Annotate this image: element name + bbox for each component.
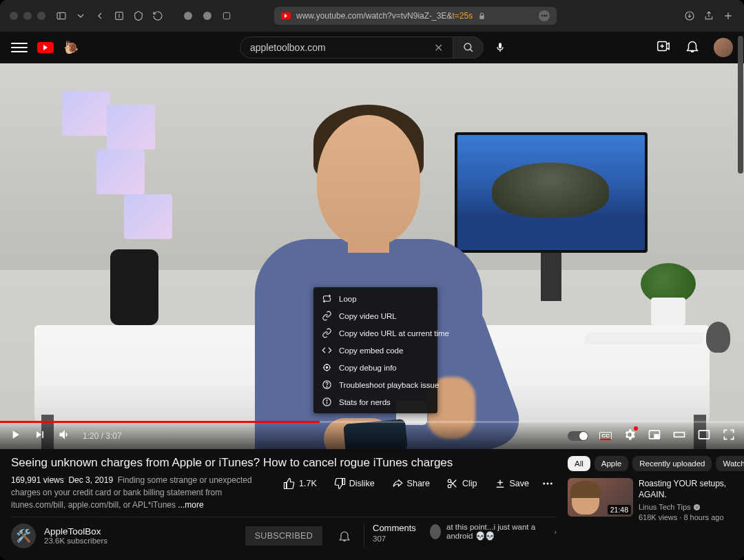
ext-icon-2[interactable] — [132, 10, 145, 22]
miniplayer-button[interactable] — [648, 428, 661, 444]
search-input[interactable]: appletoolbox.com ✕ — [240, 37, 453, 59]
share-icon[interactable] — [703, 10, 715, 22]
lock-icon — [478, 12, 486, 20]
comments-label: Comments — [373, 523, 416, 533]
url-bar[interactable]: www.youtube.com/watch?v=tvN9iaZ-_3E&t=25… — [274, 7, 557, 25]
url-text: www.youtube.com/watch?v=tvN9iaZ-_3E&t=25… — [296, 11, 473, 21]
commenter-avatar — [430, 524, 441, 539]
video-context-menu: LoopCopy video URLCopy video URL at curr… — [313, 287, 437, 413]
youtube-favicon-icon — [281, 12, 291, 19]
rec-title: Roasting YOUR setups, AGAIN. — [639, 478, 733, 500]
notification-bell-icon[interactable] — [338, 529, 351, 543]
filter-chip[interactable]: Recently uploaded — [632, 456, 712, 471]
rec-thumbnail: 21:48 — [568, 478, 633, 517]
svg-point-17 — [326, 366, 328, 369]
share-button[interactable]: Share — [384, 474, 437, 493]
svg-point-40 — [550, 483, 552, 485]
show-more-button[interactable]: ...more — [178, 500, 203, 510]
chevron-right-icon[interactable]: › — [554, 528, 557, 536]
svg-point-38 — [543, 483, 545, 485]
subscribe-button[interactable]: SUBSCRIBED — [245, 526, 322, 546]
context-menu-item[interactable]: Copy video URL — [313, 307, 437, 324]
video-meta: 169,991 views Dec 3, 2019 Finding some s… — [11, 474, 273, 511]
search-value: appletoolbox.com — [250, 42, 326, 53]
svg-point-11 — [464, 43, 471, 50]
verified-icon — [693, 504, 701, 511]
like-button[interactable]: 1.7K — [276, 474, 324, 493]
reader-icon[interactable]: ••• — [539, 10, 550, 21]
window-traffic-lights[interactable] — [10, 12, 45, 20]
youtube-header: 🐌 appletoolbox.com ✕ — [0, 32, 744, 63]
sidebar-toggle-icon[interactable] — [55, 10, 68, 22]
context-menu-item[interactable]: Copy video URL at current time — [313, 324, 437, 342]
voice-search-button[interactable] — [489, 37, 511, 59]
svg-rect-30 — [699, 431, 710, 439]
notifications-button[interactable] — [685, 39, 700, 56]
fullscreen-button[interactable] — [722, 428, 736, 444]
volume-button[interactable] — [58, 428, 72, 444]
svg-point-4 — [184, 12, 192, 20]
browser-toolbar: www.youtube.com/watch?v=tvN9iaZ-_3E&t=25… — [0, 0, 744, 32]
clear-search-icon[interactable]: ✕ — [434, 41, 443, 54]
ext-icon-1[interactable] — [113, 10, 125, 22]
hamburger-menu-icon[interactable] — [11, 39, 28, 56]
svg-rect-29 — [674, 433, 685, 437]
svg-rect-28 — [654, 435, 659, 437]
channel-name[interactable]: AppleToolBox — [44, 526, 107, 537]
dislike-button[interactable]: Dislike — [327, 474, 382, 493]
filter-chips: AllAppleRecently uploadedWatched — [568, 456, 733, 471]
context-menu-item[interactable]: Stats for nerds — [313, 393, 437, 411]
back-icon[interactable] — [94, 10, 106, 22]
create-button[interactable] — [656, 39, 671, 56]
save-button[interactable]: Save — [487, 474, 537, 493]
downloads-icon[interactable] — [683, 10, 696, 22]
ext-icon-5[interactable] — [220, 10, 233, 22]
video-title: Seeing unknown charges from Apple or iTu… — [11, 456, 557, 470]
channel-subscribers: 23.6K subscribers — [44, 537, 107, 545]
svg-line-12 — [470, 49, 473, 52]
filter-chip[interactable]: Watched — [716, 456, 744, 471]
clip-button[interactable]: Clip — [440, 474, 484, 493]
scrollbar[interactable] — [738, 36, 743, 174]
more-actions-button[interactable] — [539, 474, 557, 493]
video-player[interactable]: LoopCopy video URLCopy video URL at curr… — [0, 63, 744, 449]
time-display: 1:20 / 3:07 — [83, 431, 122, 441]
top-comment[interactable]: at this point...i just want a android 💀💀… — [430, 523, 557, 541]
captions-button[interactable]: CC — [599, 432, 612, 440]
pip-button[interactable] — [697, 428, 711, 444]
context-menu-item[interactable]: Loop — [313, 290, 437, 307]
rec-channel: Linus Tech Tips — [639, 502, 733, 512]
svg-rect-6 — [223, 12, 229, 19]
svg-point-23 — [327, 386, 327, 387]
filter-chip[interactable]: All — [568, 456, 590, 471]
chevron-down-icon[interactable] — [74, 10, 87, 22]
svg-point-26 — [327, 400, 327, 401]
context-menu-item[interactable]: Copy debug info — [313, 359, 437, 376]
snail-icon: 🐌 — [63, 40, 79, 55]
theater-button[interactable] — [672, 428, 686, 444]
new-tab-icon[interactable] — [722, 10, 734, 22]
rec-meta: 618K views · 8 hours ago — [639, 512, 733, 523]
reload-icon[interactable] — [152, 10, 164, 22]
ext-icon-4[interactable] — [201, 10, 214, 22]
ext-icon-3[interactable] — [182, 10, 194, 22]
svg-point-5 — [203, 12, 211, 20]
settings-button[interactable] — [623, 428, 637, 444]
svg-point-39 — [547, 483, 549, 485]
youtube-logo-icon[interactable] — [37, 42, 54, 53]
account-avatar[interactable] — [714, 38, 733, 57]
autoplay-toggle[interactable] — [568, 431, 588, 441]
rec-duration: 21:48 — [608, 505, 631, 515]
context-menu-item[interactable]: Copy embed code — [313, 342, 437, 359]
search-button[interactable] — [453, 37, 484, 59]
comments-count: 307 — [373, 535, 416, 543]
filter-chip[interactable]: Apple — [595, 456, 628, 471]
play-button[interactable] — [8, 428, 22, 444]
recommended-video[interactable]: 21:48 Roasting YOUR setups, AGAIN. Linus… — [568, 478, 733, 523]
next-button[interactable] — [33, 428, 47, 444]
svg-rect-0 — [57, 12, 65, 19]
player-controls: 1:20 / 3:07 CC — [0, 423, 744, 449]
context-menu-item[interactable]: Troubleshoot playback issue — [313, 376, 437, 393]
channel-avatar[interactable]: 🛠️ — [11, 523, 36, 548]
comment-text: at this point...i just want a android 💀💀 — [446, 523, 548, 541]
